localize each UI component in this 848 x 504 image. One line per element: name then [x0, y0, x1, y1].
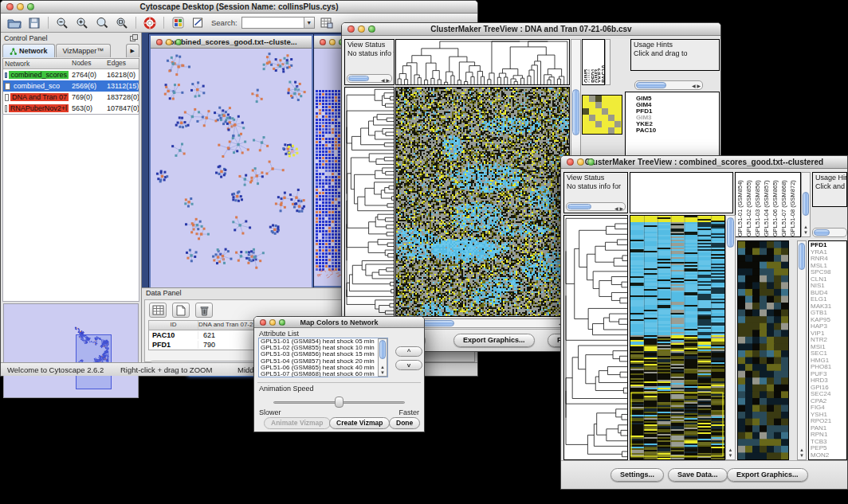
minimize-button[interactable] [269, 319, 276, 326]
network-overview[interactable] [3, 303, 139, 398]
minimize-button[interactable] [17, 3, 24, 10]
treeview1-titlebar[interactable]: ClusterMaker TreeView : DNA and Tran 07-… [342, 23, 720, 36]
zoom-fit-icon[interactable] [114, 15, 130, 30]
done-button[interactable]: Done [389, 417, 420, 429]
close-button[interactable] [567, 158, 574, 166]
move-down-button[interactable]: v [395, 360, 422, 370]
scroll-up-icon[interactable]: ▲ [802, 225, 810, 229]
network-canvas[interactable] [151, 49, 312, 287]
scroll-down-icon[interactable]: ▼ [726, 453, 735, 458]
move-up-button[interactable]: ^ [395, 346, 422, 357]
vizmap-colors-icon[interactable] [170, 15, 186, 30]
zoom-button[interactable] [368, 25, 375, 33]
scroll-thumb[interactable] [348, 76, 369, 81]
export-graphics-button[interactable]: Export Graphics... [453, 334, 535, 347]
attribute-list-scrollbar[interactable]: ▲ ▼ [378, 338, 387, 377]
usage-scrollbar[interactable]: ◀ ▶ [634, 80, 703, 90]
new-attribute-icon[interactable] [172, 303, 190, 318]
close-button[interactable] [6, 3, 14, 10]
scroll-thumb[interactable] [799, 243, 805, 270]
gene-labels-scrollbar[interactable]: ▲ ▼ [797, 240, 807, 460]
scroll-thumb[interactable] [379, 340, 386, 359]
minimize-button[interactable] [166, 39, 172, 45]
minimize-button[interactable] [358, 25, 365, 33]
heatmap-vscrollbar[interactable]: ▲ ▼ [725, 215, 736, 460]
tab-vizmapper[interactable]: VizMapper™ [56, 44, 112, 57]
minimize-button[interactable] [329, 39, 336, 45]
scroll-arrows-icon[interactable]: ◀ ▶ [614, 205, 623, 213]
zoom-selected-icon[interactable] [94, 15, 110, 30]
scroll-up-icon[interactable]: ▲ [798, 447, 806, 452]
zoom-button[interactable] [27, 3, 34, 10]
export-graphics-button[interactable]: Export Graphics... [727, 468, 808, 482]
scroll-up-icon[interactable]: ▲ [379, 365, 387, 369]
search-input[interactable]: ▼ [241, 17, 315, 29]
close-button[interactable] [260, 319, 266, 326]
scroll-thumb[interactable] [727, 217, 734, 248]
float-panel-icon[interactable] [130, 34, 138, 43]
zoom-button[interactable] [279, 319, 285, 326]
close-button[interactable] [320, 39, 326, 45]
column-dendrogram[interactable] [630, 172, 733, 213]
animate-vizmap-button[interactable]: Animate Vizmap [264, 417, 331, 429]
network-list-row[interactable]: combined_scores2764(0)16218(0) [3, 69, 139, 80]
col-nodes[interactable]: Nodes [70, 59, 105, 68]
scroll-down-icon[interactable]: ▼ [798, 453, 806, 458]
network-window-1-titlebar[interactable]: combined_scores_good.txt--cluste... [151, 36, 312, 49]
slider-thumb[interactable] [335, 397, 344, 408]
attribute-list[interactable]: GPL51-01 (GSM854) heat shock 05 minGPL51… [258, 338, 388, 377]
scroll-thumb[interactable] [803, 192, 809, 216]
save-data-button[interactable]: Save Data... [668, 468, 728, 482]
search-dropdown-icon[interactable]: ▼ [304, 18, 314, 28]
row-dendrogram[interactable] [563, 215, 628, 460]
col-edges[interactable]: Edges [105, 59, 139, 68]
help-lifesaver-icon[interactable] [142, 15, 158, 30]
scroll-arrows-icon[interactable]: ◀ ▶ [381, 76, 390, 85]
network-list-row[interactable]: combined_sco2569(6)13112(15) [3, 80, 139, 92]
settings-button[interactable]: Settings... [610, 468, 664, 482]
import-table-icon[interactable] [319, 15, 335, 30]
cytoscape-titlebar[interactable]: Cytoscape Desktop (Session Name: collins… [1, 1, 477, 14]
create-vizmap-button[interactable]: Create Vizmap [329, 417, 390, 429]
scroll-arrows-icon[interactable]: ◀ ▶ [692, 83, 701, 88]
column-dendrogram[interactable] [395, 39, 570, 85]
select-attributes-icon[interactable] [149, 303, 167, 318]
tab-overflow-button[interactable]: ▶ [126, 44, 139, 57]
labels-scrollbar[interactable] [605, 39, 610, 85]
close-button[interactable] [347, 25, 355, 33]
usage-scrollbar[interactable] [812, 228, 847, 237]
view-status-scrollbar[interactable]: ◀ ▶ [566, 202, 626, 211]
scroll-down-icon[interactable]: ▼ [802, 230, 810, 235]
save-icon[interactable] [26, 15, 42, 30]
col-id[interactable]: ID [149, 321, 198, 330]
tab-network[interactable]: Network [2, 44, 55, 57]
delete-attribute-icon[interactable] [195, 303, 213, 318]
minimize-button[interactable] [577, 158, 584, 166]
network-list-row[interactable]: DNA and Tran 07769(0)183728(0) [3, 92, 139, 103]
scroll-thumb[interactable] [814, 229, 830, 236]
dialog-titlebar[interactable]: Map Colors to Network [254, 317, 424, 328]
zoom-button[interactable] [587, 158, 595, 166]
scroll-thumb[interactable] [636, 82, 666, 88]
zoom-heatmap[interactable] [737, 240, 789, 460]
annotation-icon[interactable] [190, 15, 206, 30]
scroll-thumb[interactable] [567, 204, 591, 209]
treeview2-titlebar[interactable]: ClusterMaker TreeView : combined_scores_… [561, 156, 847, 169]
zoom-in-icon[interactable] [74, 15, 90, 30]
zoom-heatmap[interactable] [582, 95, 622, 135]
row-dendrogram[interactable] [344, 87, 395, 317]
zoom-button[interactable] [175, 39, 182, 45]
zoom-out-icon[interactable] [54, 15, 70, 30]
attribute-list-item[interactable]: GPL51-07 (GSM868) heat shock 60 min [259, 371, 387, 377]
global-heatmap[interactable] [395, 87, 570, 317]
view-status-scrollbar[interactable]: ◀ ▶ [347, 74, 392, 83]
scroll-thumb[interactable] [572, 89, 579, 135]
close-button[interactable] [156, 39, 163, 45]
network-list-row[interactable]: RNAPuberNov2+l563(0)107847(0) [3, 103, 139, 114]
col-network[interactable]: Network [3, 59, 70, 68]
scroll-down-icon[interactable]: ▼ [379, 370, 387, 375]
column-labels-scrollbar[interactable]: ▲ ▼ [801, 172, 811, 237]
global-heatmap[interactable] [630, 215, 725, 460]
open-file-icon[interactable] [6, 15, 22, 30]
scroll-up-icon[interactable]: ▲ [726, 447, 735, 452]
